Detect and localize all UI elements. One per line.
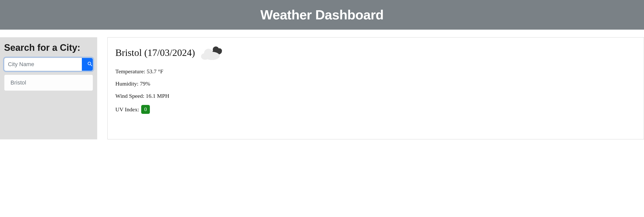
city-heading-row: Bristol (17/03/2024): [115, 45, 636, 61]
temperature-line: Temperature: 53.7 °F: [115, 68, 636, 75]
humidity-line: Humidity: 79%: [115, 80, 636, 87]
weather-details: Temperature: 53.7 °F Humidity: 79% Wind …: [115, 68, 636, 114]
svg-point-5: [201, 53, 209, 60]
history-item-bristol[interactable]: Bristol: [4, 75, 93, 91]
weather-panel: Bristol (17/03/2024) Temperature: 53.7 °…: [107, 37, 644, 139]
wind-line: Wind Speed: 16.1 MPH: [115, 93, 636, 99]
page-title: Weather Dashboard: [0, 7, 644, 22]
uv-badge: 0: [141, 105, 150, 114]
search-section-title: Search for a City:: [4, 42, 93, 53]
city-heading: Bristol (17/03/2024): [115, 47, 195, 58]
main-container: Search for a City: Bristol Bristol (17/0…: [0, 30, 644, 139]
search-group: [4, 58, 93, 71]
cloud-icon: [200, 45, 224, 61]
search-button[interactable]: [82, 58, 93, 71]
city-search-input[interactable]: [4, 58, 82, 71]
uv-index-line: UV Index: 0: [115, 105, 636, 114]
uv-label: UV Index:: [115, 106, 139, 113]
search-icon: [87, 61, 93, 68]
sidebar: Search for a City: Bristol: [0, 37, 97, 139]
app-header: Weather Dashboard: [0, 0, 644, 30]
